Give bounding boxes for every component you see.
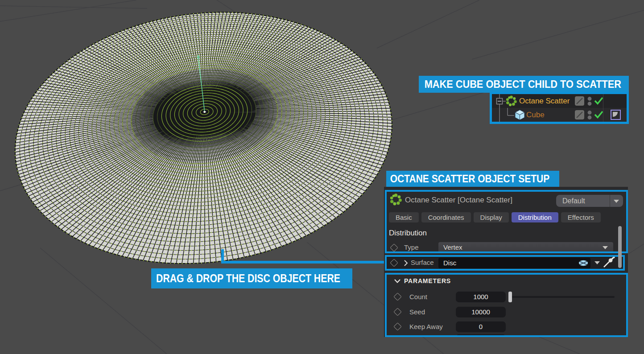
attribute-manager-panel: Octane Scatter [Octane Scatter] Default …: [384, 187, 628, 337]
highlight-box-main: [385, 190, 628, 253]
floor-grid-line: [40, 248, 167, 354]
render-visibility-dot[interactable]: [588, 102, 592, 106]
cube-row-graphics: [492, 108, 624, 122]
octane-object-tag-icon[interactable]: [611, 110, 620, 119]
callout-drag-drop-banner: DRAG & DROP THE DISC OBJECT HERE: [151, 268, 352, 288]
highlight-box-parameters: [385, 273, 628, 337]
floor-grid-line: [0, 0, 136, 21]
layer-toggle-icon[interactable]: [575, 110, 584, 119]
floor-grid-line: [377, 0, 479, 48]
octane-scatter-icon: [506, 95, 517, 106]
floor-grid-line: [629, 244, 644, 254]
callout-connector-horizontal: [221, 261, 386, 263]
tag-column-separator: [603, 94, 603, 122]
editor-visibility-dot[interactable]: [588, 97, 592, 101]
floor-grid-line: [472, 10, 644, 59]
object-label-octane-scatter[interactable]: Octane Scatter: [519, 94, 570, 108]
object-label-cube[interactable]: Cube: [526, 108, 545, 122]
enabled-check-icon[interactable]: [595, 98, 603, 104]
callout-make-cube-text: MAKE CUBE OBJECT CHILD TO SCATTER: [419, 78, 621, 91]
callout-make-cube-banner: MAKE CUBE OBJECT CHILD TO SCATTER: [419, 76, 629, 93]
callout-drag-drop-text: DRAG & DROP THE DISC OBJECT HERE: [151, 272, 340, 285]
layer-toggle-icon[interactable]: [575, 96, 584, 106]
floor-grid-line: [537, 336, 580, 354]
floor-grid-line: [217, 0, 237, 13]
object-row-octane-scatter[interactable]: Octane Scatter: [492, 94, 627, 108]
render-visibility-dot[interactable]: [588, 115, 592, 119]
object-origin-dot: [204, 111, 206, 113]
editor-visibility-dot[interactable]: [588, 111, 592, 115]
callout-scatter-setup-text: OCTANE SCATTER OBJECT SETUP: [386, 173, 549, 185]
enabled-check-icon[interactable]: [595, 111, 603, 118]
cube-icon: [515, 110, 524, 120]
scrollbar[interactable]: [618, 226, 622, 268]
highlight-box-surface: [385, 255, 625, 271]
floor-grid-line: [0, 6, 147, 8]
object-manager-panel: Octane Scatter: [490, 92, 629, 124]
object-row-cube[interactable]: Cube: [492, 108, 627, 122]
callout-scatter-setup-banner: OCTANE SCATTER OBJECT SETUP: [386, 171, 559, 187]
floor-grid-line: [389, 91, 491, 121]
